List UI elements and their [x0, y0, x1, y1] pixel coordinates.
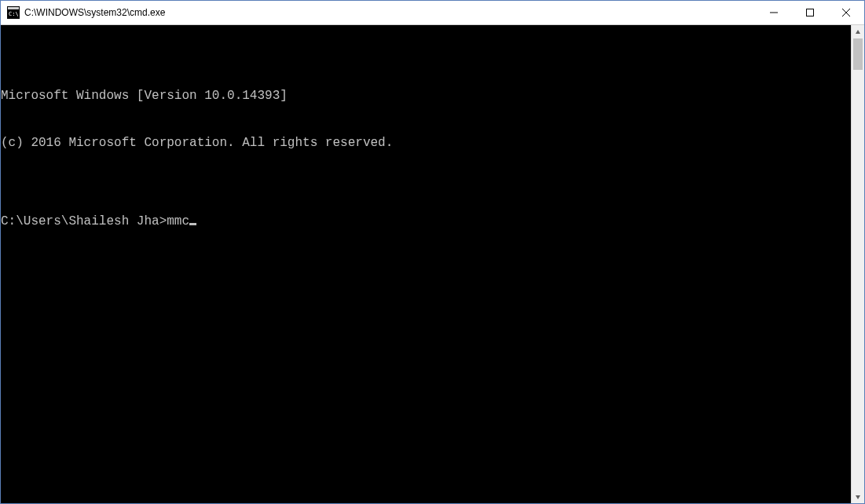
window-title: C:\WINDOWS\system32\cmd.exe	[24, 7, 756, 18]
window-controls	[756, 1, 864, 24]
svg-rect-1	[8, 7, 19, 9]
minimize-button[interactable]	[756, 1, 792, 24]
console-line-copyright: (c) 2016 Microsoft Corporation. All righ…	[1, 135, 851, 151]
console-output[interactable]: Microsoft Windows [Version 10.0.14393] (…	[1, 25, 851, 503]
svg-rect-4	[807, 9, 814, 16]
console-line-version: Microsoft Windows [Version 10.0.14393]	[1, 88, 851, 104]
window-titlebar[interactable]: C:\ C:\WINDOWS\system32\cmd.exe	[1, 1, 864, 25]
console-prompt-line: C:\Users\Shailesh Jha>mmc	[1, 214, 851, 229]
client-area: Microsoft Windows [Version 10.0.14393] (…	[1, 25, 864, 503]
scroll-track[interactable]	[852, 38, 864, 490]
svg-text:C:\: C:\	[9, 11, 19, 17]
cmd-icon: C:\	[7, 6, 20, 19]
scroll-down-arrow[interactable]	[852, 490, 864, 503]
vertical-scrollbar[interactable]	[851, 25, 864, 503]
text-cursor	[189, 223, 196, 225]
scroll-up-arrow[interactable]	[852, 25, 864, 38]
console-command: mmc	[167, 214, 189, 229]
close-button[interactable]	[828, 1, 864, 24]
console-prompt: C:\Users\Shailesh Jha>	[1, 214, 167, 229]
maximize-button[interactable]	[792, 1, 828, 24]
svg-marker-8	[856, 495, 860, 499]
scroll-thumb[interactable]	[853, 38, 863, 70]
svg-marker-7	[856, 30, 860, 34]
